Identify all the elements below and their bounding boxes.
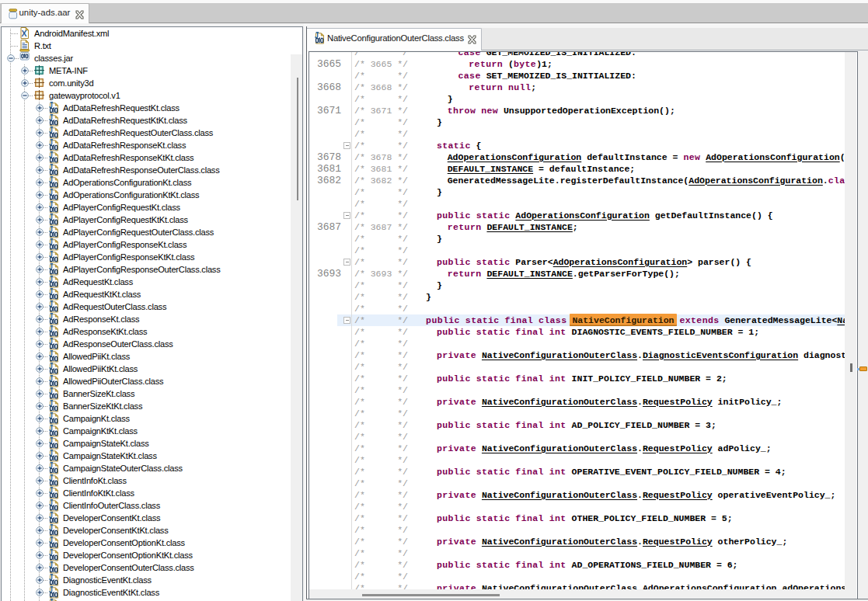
svg-text:X: X — [21, 29, 26, 38]
